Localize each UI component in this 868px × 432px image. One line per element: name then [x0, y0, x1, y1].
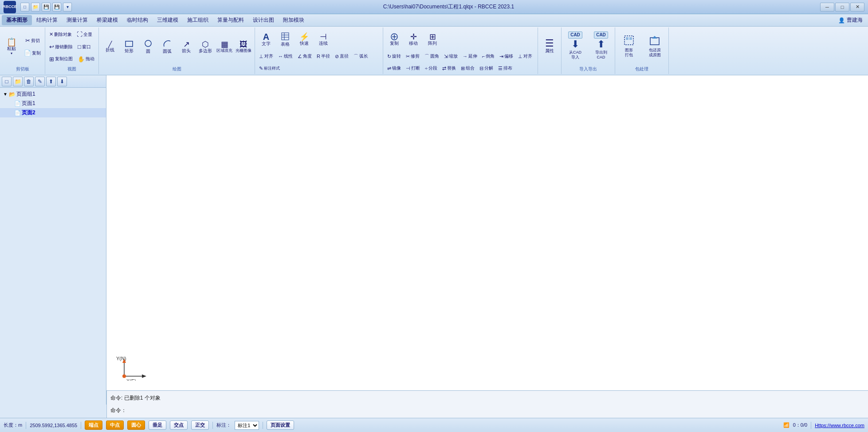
panel-open-btn[interactable]: 📁 [13, 77, 23, 86]
tree-page1[interactable]: 📄 页面1 [0, 99, 106, 108]
dropdown-btn[interactable]: ▾ [63, 3, 72, 12]
arcdim-label: 弧长 [359, 54, 368, 59]
open-btn[interactable]: 📁 [31, 3, 40, 12]
circle-btn[interactable]: 圆 [139, 36, 157, 58]
rotate-btn[interactable]: ↻ 旋转 [385, 51, 403, 62]
continuous-dim-btn[interactable]: ⊣ 连续 [314, 28, 333, 51]
arc-btn[interactable]: 圆弧 [158, 36, 177, 58]
properties-btn[interactable]: ☰ 属性 [540, 28, 559, 64]
linear-dim-btn[interactable]: ↔ 线性 [276, 51, 295, 62]
fast-dim-btn[interactable]: ⚡ 快速 [295, 28, 314, 51]
panel-down-btn[interactable]: ⬇ [57, 77, 67, 86]
to-cad-btn[interactable]: CAD ⬆ 导出到CAD [589, 28, 613, 64]
round-btn[interactable]: ⌒ 圆角 [422, 51, 441, 62]
cut-btn[interactable]: ✂ 剪切 [22, 35, 43, 47]
panel-delete-btn[interactable]: 🗑 [24, 77, 34, 86]
extend-btn[interactable]: → 延伸 [460, 51, 479, 62]
snap-endpoint-btn[interactable]: 端点 [85, 420, 102, 430]
maximize-btn[interactable]: □ [835, 3, 849, 12]
menu-quantity[interactable]: 算量与配料 [213, 15, 248, 25]
move-btn[interactable]: ✛ 移动 [404, 28, 423, 51]
hatch-btn[interactable]: ▦ 区域填充 [215, 36, 234, 58]
snap-ortho-btn[interactable]: 正交 [191, 420, 209, 430]
annotation-tools: A 文字 表格 ⚡ 快速 ⊣ 连续 [257, 28, 381, 74]
copy2-icon [390, 33, 398, 41]
menu-construction[interactable]: 施工组织 [183, 15, 213, 25]
menu-design[interactable]: 设计出图 [248, 15, 279, 25]
menu-basic-shapes[interactable]: 基本图形 [2, 15, 32, 25]
table-btn[interactable]: 表格 [276, 28, 295, 51]
scale-btn[interactable]: ⇲ 缩放 [442, 51, 460, 62]
copy-btn[interactable]: 📄 复制 [22, 47, 43, 59]
website-link[interactable]: Https://www.rbcce.com [815, 423, 864, 428]
svg-point-1 [145, 40, 151, 47]
save-btn[interactable]: 💾 [42, 3, 51, 12]
tree-page2[interactable]: 📄 页面2 [0, 108, 106, 117]
polygon-btn[interactable]: ⬡ 多边形 [196, 36, 215, 58]
text-btn[interactable]: A 文字 [257, 28, 275, 51]
panel-edit-btn[interactable]: ✎ [35, 77, 45, 86]
snap-midpoint-btn[interactable]: 中点 [106, 420, 124, 430]
saveas-btn[interactable]: 💾 [52, 3, 61, 12]
menu-addon[interactable]: 附加模块 [279, 15, 309, 25]
paste-btn[interactable]: 📋 粘贴 ▾ [2, 29, 21, 65]
shape-pack-btn[interactable]: 图形打包 [617, 28, 641, 64]
polyline-btn[interactable]: ╱ 折线 [101, 36, 119, 58]
align2-btn[interactable]: ⊥ 对齐 [516, 51, 534, 62]
menu-structural-calc[interactable]: 结构计算 [32, 15, 62, 25]
view-row3: ⊞ 复制位图 ✋ 拖动 [47, 53, 97, 65]
snap-intersect-btn[interactable]: 交点 [170, 420, 188, 430]
offset-btn[interactable]: ⇥ 偏移 [497, 51, 515, 62]
restore-btn[interactable]: 包还原成原图 [643, 28, 667, 64]
rotate-label: 旋转 [392, 54, 401, 59]
menu-3d[interactable]: 三维建模 [153, 15, 183, 25]
rect-btn[interactable]: 矩形 [120, 36, 138, 58]
window-btn[interactable]: □ 窗口 [75, 41, 93, 53]
props-title [548, 71, 551, 73]
tree-group1[interactable]: ▼ 📂 页面组1 [0, 90, 106, 99]
arrange-btn[interactable]: ☰ 排布 [496, 62, 515, 74]
page-settings-btn[interactable]: 页面设置 [267, 420, 294, 430]
minimize-btn[interactable]: ─ [820, 3, 834, 12]
copy2-btn[interactable]: 复制 [385, 28, 404, 51]
menu-bridge[interactable]: 桥梁建模 [92, 15, 122, 25]
copy-pos-btn[interactable]: ⊞ 复制位图 [47, 53, 75, 65]
menu-temp-structure[interactable]: 临时结构 [122, 15, 153, 25]
chamfer-btn[interactable]: ⌐ 倒角 [480, 51, 497, 62]
fullscreen-btn[interactable]: ⛶ 全显 [75, 29, 94, 40]
canvas-area[interactable]: X(E) Y(N) [106, 75, 868, 405]
panel-up-btn[interactable]: ⬆ [46, 77, 56, 86]
delete-obj-btn[interactable]: ✕ 删除对象 [47, 29, 74, 40]
close-btn[interactable]: ✕ [850, 3, 864, 12]
replace-btn[interactable]: ⇄ 替换 [440, 62, 458, 74]
menu-survey-calc[interactable]: 测量计算 [62, 15, 92, 25]
arrow-btn[interactable]: ↗ 箭头 [177, 36, 196, 58]
radius-dim-btn[interactable]: R 半径 [314, 51, 332, 62]
annotation-select[interactable]: 标注1 [235, 421, 259, 430]
drag-btn[interactable]: ✋ 拖动 [75, 53, 97, 65]
ribbon-group-properties: ☰ 属性 [538, 27, 562, 74]
new-btn[interactable]: □ [20, 3, 29, 12]
coordinates: 2509.5992,1365.4855 [30, 423, 77, 428]
array-btn[interactable]: ⊞ 阵列 [423, 28, 442, 51]
dim-style-btn[interactable]: ✎ 标注样式 [257, 62, 282, 74]
decompose-btn[interactable]: ⊟ 分解 [477, 62, 495, 74]
copypos-label: 复制位图 [55, 56, 73, 62]
grid-img-btn[interactable]: 🖼 光栅图像 [234, 36, 253, 58]
divide-btn[interactable]: ÷ 分段 [423, 62, 440, 74]
align-dim-btn[interactable]: ⊥ 对齐 [257, 51, 275, 62]
snap-foot-btn[interactable]: 垂足 [149, 420, 166, 430]
arc-len-dim-btn[interactable]: ⌒ 弧长 [351, 51, 370, 62]
diameter-dim-btn[interactable]: ⊘ 直径 [333, 51, 351, 62]
trim-btn[interactable]: ✂ 修剪 [404, 51, 422, 62]
undo-delete-btn[interactable]: ↩ 撤销删除 [47, 41, 75, 53]
mirror-btn[interactable]: ⇌ 镜像 [385, 62, 403, 74]
break-btn[interactable]: ⊣ 打断 [404, 62, 422, 74]
panel-new-btn[interactable]: □ [2, 77, 12, 86]
combine-btn[interactable]: ⊞ 组合 [459, 62, 477, 74]
from-cad-btn[interactable]: CAD ⬇ 从CAD导入 [563, 28, 587, 64]
angle-dim-btn[interactable]: ∠ 角度 [295, 51, 314, 62]
view-row2: ↩ 撤销删除 □ 窗口 [47, 41, 97, 53]
drawing-canvas[interactable]: X(E) Y(N) [106, 75, 868, 405]
snap-center-btn[interactable]: 圆心 [127, 420, 145, 430]
